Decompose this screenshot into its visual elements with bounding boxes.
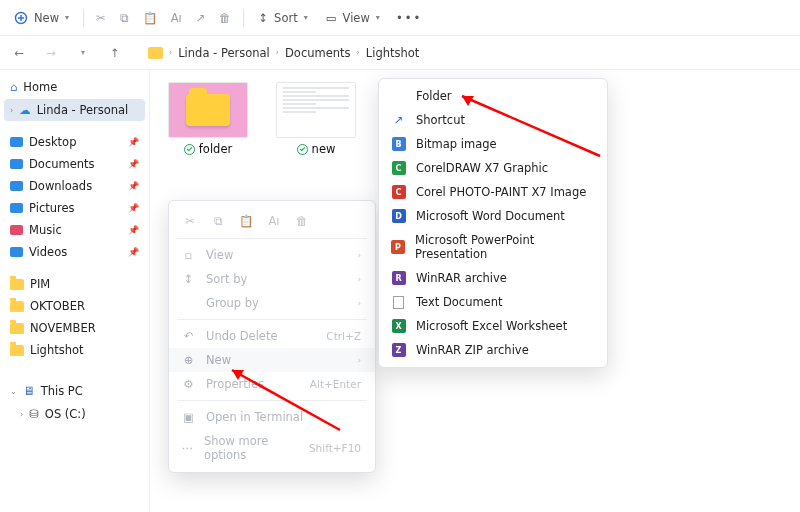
forward-button[interactable]: → — [40, 46, 62, 60]
sidebar-item-oktober[interactable]: OKTOBER — [4, 295, 145, 317]
sidebar-item-label: OKTOBER — [30, 299, 85, 313]
sidebar-item-cloud[interactable]: › ☁ Linda - Personal — [4, 99, 145, 121]
sidebar-item-november[interactable]: NOVEMBER — [4, 317, 145, 339]
content-pane[interactable]: foldernewwindo ✂ ⧉ 📋 Aı 🗑 ▫View›↕Sort by… — [150, 70, 800, 512]
sidebar-item-downloads[interactable]: Downloads📌 — [4, 175, 145, 197]
plus-circle-icon — [14, 11, 28, 25]
sidebar-item-lightshot[interactable]: Lightshot — [4, 339, 145, 361]
chevron-right-icon: › — [10, 106, 13, 115]
menuitem-new-docx[interactable]: DMicrosoft Word Document — [379, 204, 607, 228]
sort-button[interactable]: ↕ Sort ▾ — [250, 7, 315, 29]
breadcrumb-segment[interactable]: Documents — [285, 46, 351, 60]
back-button[interactable]: ← — [8, 46, 30, 60]
context-menu[interactable]: ✂ ⧉ 📋 Aı 🗑 ▫View›↕Sort by›Group by›↶Undo… — [168, 200, 376, 473]
menuitem-show-more-options[interactable]: ⋯Show more optionsShift+F10 — [169, 429, 375, 467]
menuitem-label: WinRAR archive — [416, 271, 507, 285]
sidebar-item-music[interactable]: Music📌 — [4, 219, 145, 241]
menu-icon: ⋯ — [181, 441, 194, 455]
breadcrumb-segment[interactable]: Linda - Personal — [178, 46, 270, 60]
paste-button[interactable]: 📋 — [137, 7, 163, 29]
copy-icon: ⧉ — [120, 11, 129, 25]
sidebar-item-label: Lightshot — [30, 343, 84, 357]
sidebar-item-label: Videos — [29, 245, 67, 259]
delete-button[interactable]: 🗑 — [213, 7, 237, 29]
menuitem-open-in-terminal[interactable]: ▣Open in Terminal — [169, 405, 375, 429]
file-item[interactable]: folder — [166, 82, 250, 156]
cut-button[interactable]: ✂ — [90, 7, 112, 29]
menuitem-label: Show more options — [204, 434, 299, 462]
copy-button[interactable]: ⧉ — [207, 210, 229, 232]
up-button[interactable]: ↑ — [104, 46, 126, 60]
sidebar-item-label: Documents — [29, 157, 95, 171]
shortcut-label: Shift+F10 — [309, 442, 361, 454]
folder-icon — [10, 203, 23, 213]
menuitem-label: Folder — [416, 89, 452, 103]
breadcrumb-segment[interactable]: Lightshot — [366, 46, 420, 60]
menuitem-group-by[interactable]: Group by› — [169, 291, 375, 315]
menuitem-new-folder[interactable]: Folder — [379, 84, 607, 108]
chevron-down-icon: ▾ — [304, 13, 308, 22]
chevron-down-icon: ⌄ — [10, 387, 17, 396]
sidebar-item-label: Home — [23, 80, 57, 94]
file-icon: P — [391, 240, 405, 254]
menuitem-sort-by[interactable]: ↕Sort by› — [169, 267, 375, 291]
menuitem-properties[interactable]: ⚙PropertiesAlt+Enter — [169, 372, 375, 396]
sidebar-item-pictures[interactable]: Pictures📌 — [4, 197, 145, 219]
folder-icon — [10, 247, 23, 257]
menuitem-new-shortcut[interactable]: ↗Shortcut — [379, 108, 607, 132]
cloud-icon: ☁ — [19, 103, 31, 117]
more-button[interactable]: ••• — [390, 7, 428, 29]
menuitem-label: Group by — [206, 296, 259, 310]
sidebar-item-videos[interactable]: Videos📌 — [4, 241, 145, 263]
file-icon: Z — [392, 343, 406, 357]
menuitem-new-txt[interactable]: Text Document — [379, 290, 607, 314]
sidebar-item-drive[interactable]: › ⛁ OS (C:) — [4, 403, 145, 425]
menuitem-undo-delete[interactable]: ↶Undo DeleteCtrl+Z — [169, 324, 375, 348]
sidebar-item-documents[interactable]: Documents📌 — [4, 153, 145, 175]
menuitem-new[interactable]: ⊕New› — [169, 348, 375, 372]
menuitem-new-pptx[interactable]: PMicrosoft PowerPoint Presentation — [379, 228, 607, 266]
menuitem-new-xlsx[interactable]: XMicrosoft Excel Worksheet — [379, 314, 607, 338]
menuitem-view[interactable]: ▫View› — [169, 243, 375, 267]
paste-button[interactable]: 📋 — [235, 210, 257, 232]
sidebar-item-label: This PC — [41, 384, 83, 398]
rename-button[interactable]: Aı — [165, 7, 188, 29]
menuitem-new-zip[interactable]: ZWinRAR ZIP archive — [379, 338, 607, 362]
menuitem-label: Open in Terminal — [206, 410, 303, 424]
pc-icon: 🖥 — [23, 384, 35, 398]
file-icon: C — [392, 161, 406, 175]
sidebar-item-label: NOVEMBER — [30, 321, 96, 335]
menuitem-label: Text Document — [416, 295, 503, 309]
menuitem-new-rar[interactable]: RWinRAR archive — [379, 266, 607, 290]
sidebar-item-home[interactable]: ⌂ Home — [4, 76, 145, 98]
menuitem-new-bmp[interactable]: BBitmap image — [379, 132, 607, 156]
file-label: new — [297, 142, 336, 156]
file-label: folder — [184, 142, 232, 156]
share-button[interactable]: ↗ — [190, 7, 212, 29]
file-item[interactable]: new — [274, 82, 358, 156]
chevron-right-icon: › — [357, 355, 361, 365]
sync-ok-icon — [184, 144, 195, 155]
recent-button[interactable]: ▾ — [72, 48, 94, 57]
sidebar-item-label: Music — [29, 223, 62, 237]
file-icon: C — [392, 185, 406, 199]
sidebar-item-desktop[interactable]: Desktop📌 — [4, 131, 145, 153]
view-button[interactable]: ▭ View ▾ — [318, 7, 388, 29]
menuitem-new-cdr[interactable]: CCorelDRAW X7 Graphic — [379, 156, 607, 180]
rename-button[interactable]: Aı — [263, 210, 285, 232]
context-submenu-new[interactable]: Folder↗ShortcutBBitmap imageCCorelDRAW X… — [378, 78, 608, 368]
sidebar-item-label: OS (C:) — [45, 407, 86, 421]
sidebar-item-thispc[interactable]: ⌄ 🖥 This PC — [4, 380, 145, 402]
copy-button[interactable]: ⧉ — [114, 7, 135, 29]
view-icon: ▭ — [326, 11, 337, 25]
delete-button[interactable]: 🗑 — [291, 210, 313, 232]
breadcrumb[interactable]: › Linda - Personal › Documents › Lightsh… — [148, 46, 419, 60]
sort-label: Sort — [274, 11, 298, 25]
new-button[interactable]: New ▾ — [6, 7, 77, 29]
thumbnail — [276, 82, 356, 138]
menuitem-label: Microsoft Excel Worksheet — [416, 319, 567, 333]
menuitem-new-cpt[interactable]: CCorel PHOTO-PAINT X7 Image — [379, 180, 607, 204]
cut-button[interactable]: ✂ — [179, 210, 201, 232]
sidebar-item-label: Downloads — [29, 179, 92, 193]
sidebar-item-pim[interactable]: PIM — [4, 273, 145, 295]
